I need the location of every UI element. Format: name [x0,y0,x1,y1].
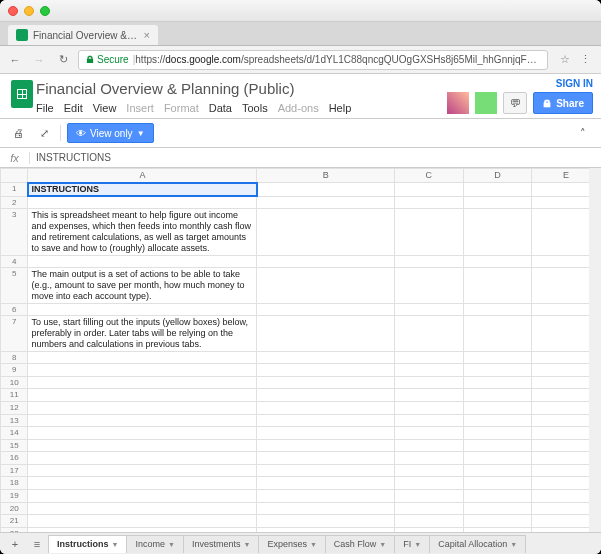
row-header[interactable]: 11 [1,389,28,402]
cell[interactable] [394,414,463,427]
cell[interactable] [463,477,532,490]
cell[interactable] [394,389,463,402]
chevron-down-icon[interactable]: ▼ [243,541,250,548]
cell[interactable] [28,515,257,528]
cell[interactable] [257,351,394,364]
row-header[interactable]: 3 [1,209,28,255]
cell[interactable]: The main output is a set of actions to b… [28,268,257,303]
cell[interactable] [463,464,532,477]
cell[interactable]: This is spreadsheet meant to help figure… [28,209,257,255]
row-header[interactable]: 7 [1,316,28,351]
col-header-c[interactable]: C [394,169,463,183]
cell[interactable] [463,376,532,389]
cell[interactable] [463,527,532,532]
tab-close-icon[interactable]: × [144,29,150,41]
cell[interactable] [257,515,394,528]
cell[interactable] [463,439,532,452]
cell[interactable] [28,196,257,209]
cell[interactable] [28,364,257,377]
chevron-down-icon[interactable]: ▼ [168,541,175,548]
cell[interactable] [28,439,257,452]
menu-file[interactable]: File [36,102,54,114]
cell[interactable] [394,527,463,532]
cell[interactable] [28,351,257,364]
cell[interactable] [463,303,532,316]
row-header[interactable]: 13 [1,414,28,427]
cell[interactable] [394,502,463,515]
row-header[interactable]: 18 [1,477,28,490]
row-header[interactable]: 16 [1,452,28,465]
cell[interactable] [257,389,394,402]
cell[interactable] [257,196,394,209]
row-header[interactable]: 8 [1,351,28,364]
cell[interactable] [394,255,463,268]
cell[interactable] [463,401,532,414]
chevron-down-icon[interactable]: ▼ [310,541,317,548]
menu-tools[interactable]: Tools [242,102,268,114]
row-header[interactable]: 22 [1,527,28,532]
sheet-tab[interactable]: Investments▼ [183,535,259,553]
cell[interactable] [257,401,394,414]
cell[interactable] [28,376,257,389]
cell[interactable] [257,464,394,477]
toolbar-expand-icon[interactable]: ˄ [573,123,593,143]
cell[interactable] [394,303,463,316]
cell[interactable] [394,515,463,528]
cell[interactable] [463,414,532,427]
nav-reload-icon[interactable]: ↻ [54,51,72,69]
cell[interactable] [257,316,394,351]
cell[interactable] [257,303,394,316]
cell[interactable] [257,376,394,389]
cell[interactable] [28,255,257,268]
browser-tab[interactable]: Financial Overview & Planning × [8,25,158,45]
cell[interactable] [28,389,257,402]
col-header-a[interactable]: A [28,169,257,183]
cell[interactable]: INSTRUCTIONS [28,183,257,197]
cell[interactable] [394,316,463,351]
cell[interactable] [257,268,394,303]
cell[interactable] [28,452,257,465]
cell[interactable] [28,502,257,515]
cell[interactable] [28,527,257,532]
address-bar[interactable]: 🔒︎ Secure | https://docs.google.com/spre… [78,50,548,70]
select-all-cell[interactable] [1,169,28,183]
cell[interactable] [257,490,394,503]
cell[interactable] [394,427,463,440]
row-header[interactable]: 14 [1,427,28,440]
bookmark-star-icon[interactable]: ☆ [560,53,570,66]
cell[interactable] [463,515,532,528]
cell[interactable] [463,351,532,364]
spreadsheet-grid[interactable]: A B C D E 1INSTRUCTIONS23This is spreads… [0,168,601,532]
sheet-tab[interactable]: Cash Flow▼ [325,535,395,553]
chevron-down-icon[interactable]: ▼ [510,541,517,548]
cell[interactable]: To use, start filling out the inputs (ye… [28,316,257,351]
cell[interactable] [28,401,257,414]
cell[interactable] [257,439,394,452]
menu-data[interactable]: Data [209,102,232,114]
cell[interactable] [394,477,463,490]
cell[interactable] [394,364,463,377]
menu-edit[interactable]: Edit [64,102,83,114]
cell[interactable] [394,490,463,503]
row-header[interactable]: 12 [1,401,28,414]
cell[interactable] [463,316,532,351]
print-icon[interactable]: 🖨︎ [8,123,28,143]
cell[interactable] [257,183,394,197]
cell[interactable] [394,351,463,364]
cell[interactable] [463,502,532,515]
row-header[interactable]: 5 [1,268,28,303]
cell[interactable] [394,452,463,465]
row-header[interactable]: 4 [1,255,28,268]
cell[interactable] [257,452,394,465]
window-zoom-dot[interactable] [40,6,50,16]
cell[interactable] [394,464,463,477]
menu-help[interactable]: Help [329,102,352,114]
share-button[interactable]: 🔒︎ Share [533,92,593,114]
cell[interactable] [257,502,394,515]
row-header[interactable]: 20 [1,502,28,515]
window-close-dot[interactable] [8,6,18,16]
cell[interactable] [257,477,394,490]
cell[interactable] [463,389,532,402]
sheet-tab[interactable]: Capital Allocation▼ [429,535,526,553]
cell[interactable] [394,376,463,389]
